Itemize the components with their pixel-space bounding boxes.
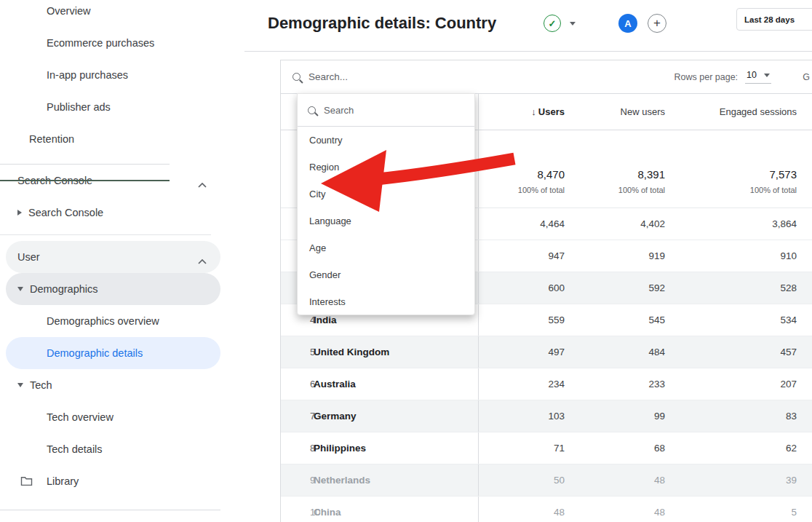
table-row-philippines: 8Philippines 71 68 62 xyxy=(281,432,812,464)
new-users-cell: 4,402 xyxy=(565,218,665,229)
dimension-menu-search[interactable] xyxy=(298,94,474,127)
users-cell: 497 xyxy=(479,347,565,357)
sidebar-item-overview[interactable]: Overview xyxy=(0,0,244,27)
report-header: Demographic details: Country ✓ A + Last … xyxy=(244,0,812,51)
engaged-sessions-cell: 207 xyxy=(665,379,812,389)
table-row-united-kingdom: 5United Kingdom 497 484 457 xyxy=(281,336,812,368)
sidebar-item-search-console[interactable]: Search Console xyxy=(0,197,244,229)
country-name: China xyxy=(314,507,341,518)
sidebar-item-tech-details[interactable]: Tech details xyxy=(0,433,244,465)
users-cell: 48 xyxy=(479,507,565,518)
sidebar-item-ecommerce-purchases[interactable]: Ecommerce purchases xyxy=(0,27,244,59)
chevron-down-icon xyxy=(764,74,770,77)
row-rank: 5 xyxy=(281,347,314,357)
folder-icon xyxy=(20,476,33,486)
go-to-label-truncated: G xyxy=(803,72,810,82)
sidebar-section-user[interactable]: User xyxy=(6,241,220,273)
sidebar-item-retention[interactable]: Retention xyxy=(0,123,244,155)
sort-descending-icon: ↓ xyxy=(531,106,536,117)
header-divider xyxy=(244,51,812,52)
menu-item-region[interactable]: Region xyxy=(298,154,474,181)
totals-new-users-cell: 8,391 100% of total xyxy=(565,168,665,207)
rows-per-page-select[interactable]: 10 xyxy=(745,70,771,84)
menu-item-age[interactable]: Age xyxy=(298,234,474,261)
sidebar-divider xyxy=(0,234,211,235)
totals-users-cell: 8,470 100% of total xyxy=(479,168,565,207)
new-users-cell: 68 xyxy=(565,443,665,454)
new-users-cell: 99 xyxy=(565,411,665,422)
column-header-users[interactable]: ↓Users xyxy=(479,106,565,117)
avatar[interactable]: A xyxy=(618,14,637,33)
sidebar-item-library[interactable]: Library xyxy=(0,465,244,497)
menu-item-city[interactable]: City xyxy=(298,181,474,207)
table-search[interactable] xyxy=(281,71,418,82)
engaged-sessions-cell: 3,864 xyxy=(665,218,812,229)
sidebar: Overview Ecommerce purchases In-app purc… xyxy=(0,0,244,522)
engaged-sessions-cell: 534 xyxy=(665,315,812,325)
menu-item-interests[interactable]: Interests xyxy=(298,288,474,315)
new-users-cell: 545 xyxy=(565,315,665,325)
search-icon xyxy=(292,73,300,81)
table-toolbar: Rows per page: 10 G xyxy=(281,60,812,94)
check-badge-icon[interactable]: ✓ xyxy=(544,15,561,32)
row-rank: 10 xyxy=(281,507,314,518)
menu-item-language[interactable]: Language xyxy=(298,207,474,234)
annotation-strike-line xyxy=(0,180,170,181)
engaged-sessions-cell: 39 xyxy=(665,475,812,486)
dimension-search-input[interactable] xyxy=(324,105,447,116)
users-cell: 559 xyxy=(479,315,565,325)
country-name: India xyxy=(314,315,337,325)
engaged-sessions-cell: 457 xyxy=(665,347,812,357)
add-comparison-button[interactable]: + xyxy=(648,14,666,33)
table-row-germany: 7Germany 103 99 83 xyxy=(281,400,812,432)
sidebar-item-demographic-details[interactable]: Demographic details xyxy=(6,337,220,369)
column-label-users: Users xyxy=(538,106,565,117)
users-cell: 71 xyxy=(479,443,565,454)
country-name: Netherlands xyxy=(314,475,370,486)
menu-item-gender[interactable]: Gender xyxy=(298,261,474,288)
chevron-down-icon xyxy=(17,383,23,387)
chevron-down-icon[interactable] xyxy=(570,22,576,25)
new-users-cell: 592 xyxy=(565,282,665,293)
sidebar-item-tech-overview[interactable]: Tech overview xyxy=(0,401,244,433)
dimension-dropdown-menu: Country Region City Language Age Gender … xyxy=(297,93,475,315)
country-name: United Kingdom xyxy=(314,347,389,357)
date-range-label: Last 28 days xyxy=(744,15,795,24)
country-name: Germany xyxy=(314,411,357,422)
sidebar-item-publisher-ads[interactable]: Publisher ads xyxy=(0,91,244,123)
country-name: Philippines xyxy=(314,443,366,454)
users-cell: 103 xyxy=(479,411,565,422)
new-users-cell: 48 xyxy=(565,507,665,518)
chevron-down-icon xyxy=(17,287,23,291)
chevron-up-icon xyxy=(198,178,207,190)
date-range-selector[interactable]: Last 28 days xyxy=(736,8,812,31)
rows-per-page: Rows per page: 10 xyxy=(674,70,771,84)
table-search-input[interactable] xyxy=(309,71,418,82)
sidebar-item-demographics[interactable]: Demographics xyxy=(6,273,220,305)
rows-per-page-value: 10 xyxy=(747,70,757,80)
sidebar-item-tech[interactable]: Tech xyxy=(0,369,244,401)
engaged-sessions-cell: 910 xyxy=(665,250,812,261)
column-header-new-users[interactable]: New users xyxy=(565,106,665,117)
sidebar-item-demographics-overview[interactable]: Demographics overview xyxy=(0,305,244,337)
table-row-china: 10China 48 48 5 xyxy=(281,497,812,522)
new-users-cell: 48 xyxy=(565,475,665,486)
engaged-sessions-cell: 5 xyxy=(665,507,812,518)
menu-item-country[interactable]: Country xyxy=(298,127,474,154)
row-rank: 7 xyxy=(281,411,314,422)
search-icon xyxy=(308,106,316,114)
users-cell: 50 xyxy=(479,475,565,486)
sidebar-nav: Overview Ecommerce purchases In-app purc… xyxy=(0,0,244,510)
totals-engaged-sessions-cell: 7,573 100% of total xyxy=(665,168,812,207)
new-users-cell: 484 xyxy=(565,347,665,357)
users-cell: 4,464 xyxy=(479,218,565,229)
users-cell: 947 xyxy=(479,250,565,261)
chevron-right-icon xyxy=(17,210,22,215)
row-rank: 4 xyxy=(281,315,314,325)
engaged-sessions-cell: 528 xyxy=(665,282,812,293)
column-header-engaged-sessions[interactable]: Engaged sessions xyxy=(665,106,812,117)
table-row-australia: 6Australia 234 233 207 xyxy=(281,368,812,400)
row-rank: 8 xyxy=(281,443,314,454)
sidebar-item-in-app-purchases[interactable]: In-app purchases xyxy=(0,59,244,91)
sidebar-section-search-console[interactable]: Search Console xyxy=(0,165,244,197)
